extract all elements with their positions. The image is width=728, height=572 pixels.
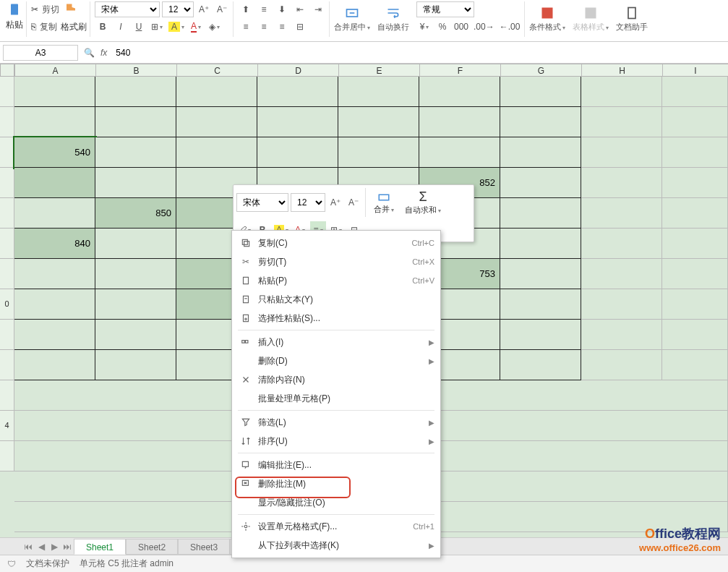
cell[interactable] (581, 289, 662, 320)
menu-edit-comment[interactable]: 编辑批注(E)... (232, 456, 440, 474)
number-format-select[interactable]: 常规 (416, 1, 474, 17)
cell-a6[interactable]: 840 (14, 229, 95, 259)
menu-from-list[interactable]: 从下拉列表中选择(K) ▶ (232, 536, 440, 555)
decrease-indent-button[interactable]: ⇤ (292, 1, 308, 17)
cell[interactable] (662, 259, 728, 289)
doc-helper-button[interactable]: 文档助手 (613, 1, 651, 36)
cell[interactable] (500, 289, 581, 320)
row-header[interactable] (0, 380, 14, 411)
increase-font-button[interactable]: A⁺ (196, 1, 212, 17)
cell[interactable] (581, 229, 662, 259)
align-middle-button[interactable]: ≡ (256, 1, 272, 17)
col-header[interactable]: A (15, 64, 96, 76)
mini-increase-font[interactable]: A⁺ (327, 194, 343, 211)
underline-button[interactable]: U (131, 19, 147, 35)
cell[interactable] (257, 77, 338, 107)
cell[interactable] (662, 229, 728, 259)
cell[interactable] (257, 107, 338, 137)
name-box[interactable] (3, 45, 78, 61)
decrease-decimal-button[interactable]: ←.00 (498, 19, 522, 35)
cell[interactable] (500, 137, 581, 168)
mini-autosum-button[interactable]: Σ 自动求和 (401, 189, 445, 215)
cell[interactable] (95, 289, 176, 320)
decrease-font-button[interactable]: A⁻ (214, 1, 230, 17)
menu-paste[interactable]: 粘贴(P) Ctrl+V (232, 271, 440, 290)
align-center-button[interactable]: ≡ (256, 19, 272, 35)
percent-button[interactable]: % (434, 19, 450, 35)
row-header[interactable] (0, 137, 14, 168)
cell[interactable] (500, 107, 581, 137)
cell[interactable] (14, 259, 95, 289)
cell-b5[interactable]: 850 (95, 198, 176, 229)
col-header[interactable]: C (177, 64, 258, 76)
cell[interactable] (257, 137, 338, 168)
cell[interactable] (176, 137, 257, 168)
tab-nav-first[interactable]: ⏮ (22, 538, 35, 555)
cell[interactable] (500, 229, 581, 259)
col-header[interactable]: I (663, 64, 728, 76)
cell[interactable] (95, 168, 176, 198)
cell[interactable] (419, 107, 500, 137)
cell[interactable] (581, 107, 662, 137)
formula-input[interactable] (113, 45, 725, 61)
sheet-tab-2[interactable]: Sheet2 (126, 539, 178, 555)
cell[interactable] (338, 137, 419, 168)
merge-cells-button[interactable]: ⊟ (292, 19, 308, 35)
table-style-button[interactable]: 表格样式 (570, 1, 612, 36)
cell[interactable] (662, 320, 728, 350)
cell[interactable] (95, 259, 176, 289)
col-header[interactable]: B (96, 64, 177, 76)
cell[interactable] (662, 198, 728, 229)
cell[interactable] (95, 320, 176, 350)
tab-nav-next[interactable]: ▶ (48, 538, 61, 555)
cut-button[interactable]: 剪切 (40, 1, 61, 17)
menu-clear[interactable]: 清除内容(N) (232, 370, 440, 389)
cell[interactable] (95, 77, 176, 107)
merge-center-button[interactable]: 合并居中 (331, 1, 373, 36)
paste-button[interactable] (6, 1, 23, 17)
row-header[interactable] (0, 259, 14, 289)
sheet-tab-3[interactable]: Sheet3 (178, 539, 230, 555)
bold-button[interactable]: B (95, 19, 111, 35)
menu-batch[interactable]: 批量处理单元格(P) (232, 389, 440, 408)
cell[interactable] (662, 137, 728, 168)
col-header[interactable]: E (339, 64, 420, 76)
increase-indent-button[interactable]: ⇥ (310, 1, 326, 17)
cell[interactable] (581, 137, 662, 168)
mini-decrease-font[interactable]: A⁻ (346, 194, 361, 211)
cell[interactable] (95, 107, 176, 137)
increase-decimal-button[interactable]: .00→ (472, 19, 496, 35)
menu-delete[interactable]: 删除(D) ▶ (232, 351, 440, 370)
tab-nav-last[interactable]: ⏭ (61, 538, 74, 555)
menu-insert[interactable]: 插入(I) ▶ (232, 333, 440, 351)
conditional-format-button[interactable]: 条件格式 (526, 1, 568, 36)
select-all-corner[interactable] (0, 64, 14, 77)
cell[interactable] (500, 320, 581, 350)
cell[interactable] (176, 107, 257, 137)
font-color-button[interactable]: A (188, 19, 204, 35)
cell[interactable] (500, 77, 581, 107)
col-header[interactable]: H (582, 64, 663, 76)
cell[interactable] (581, 77, 662, 107)
menu-delete-comment[interactable]: 删除批注(M) (232, 474, 440, 493)
row-header[interactable] (0, 198, 14, 229)
cell[interactable] (581, 320, 662, 350)
fx-label[interactable]: fx (100, 48, 107, 58)
row-header[interactable] (0, 229, 14, 259)
cell[interactable] (95, 350, 176, 380)
col-header[interactable]: F (420, 64, 501, 76)
row-header[interactable] (0, 441, 14, 471)
font-size-select[interactable]: 12 (162, 1, 194, 17)
cell[interactable] (662, 289, 728, 320)
italic-button[interactable]: I (113, 19, 129, 35)
cell-a3[interactable]: 540 (14, 137, 95, 168)
cell[interactable] (95, 229, 176, 259)
zoom-icon[interactable]: 🔍 (84, 48, 95, 58)
comma-button[interactable]: 000 (453, 19, 470, 35)
menu-cut[interactable]: ✂ 剪切(T) Ctrl+X (232, 252, 440, 271)
cell[interactable] (581, 350, 662, 380)
cell[interactable] (581, 168, 662, 198)
col-header[interactable]: G (501, 64, 582, 76)
menu-show-hide-comment[interactable]: 显示/隐藏批注(O) (232, 493, 440, 512)
cell[interactable] (14, 198, 95, 229)
